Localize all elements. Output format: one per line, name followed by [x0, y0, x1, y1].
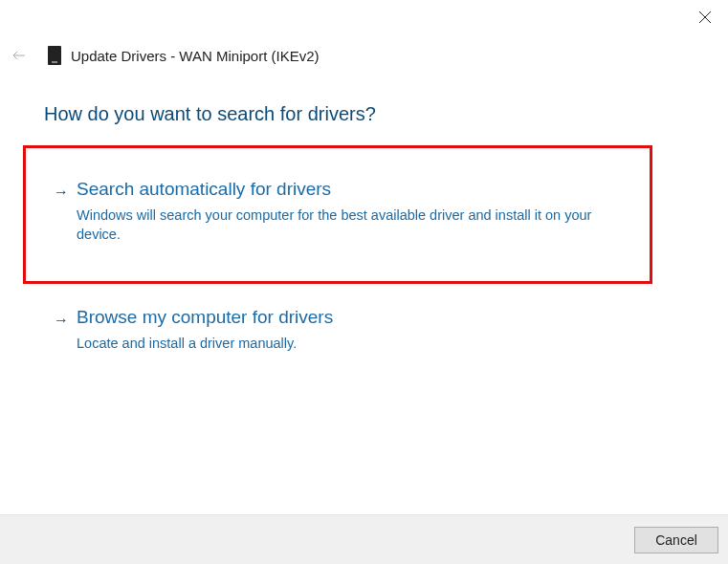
device-icon: [48, 46, 61, 65]
option-title: Browse my computer for drivers: [77, 306, 647, 330]
option-title: Search automatically for drivers: [77, 178, 647, 202]
back-button[interactable]: [10, 46, 29, 65]
arrow-right-icon: →: [54, 312, 69, 329]
arrow-right-icon: →: [54, 184, 69, 201]
cancel-button[interactable]: Cancel: [634, 527, 718, 553]
close-button[interactable]: [695, 8, 715, 27]
dialog-header: Update Drivers - WAN Miniport (IKEv2): [10, 46, 320, 65]
option-description: Windows will search your computer for th…: [77, 206, 612, 245]
back-arrow-icon: [12, 51, 26, 60]
dialog-footer: Cancel: [0, 514, 728, 564]
option-search-automatically[interactable]: → Search automatically for drivers Windo…: [54, 178, 647, 244]
option-browse-computer[interactable]: → Browse my computer for drivers Locate …: [54, 306, 647, 353]
dialog-title: Update Drivers - WAN Miniport (IKEv2): [71, 48, 320, 64]
close-icon: [699, 11, 711, 23]
page-title: How do you want to search for drivers?: [44, 103, 376, 125]
option-description: Locate and install a driver manually.: [77, 334, 612, 353]
